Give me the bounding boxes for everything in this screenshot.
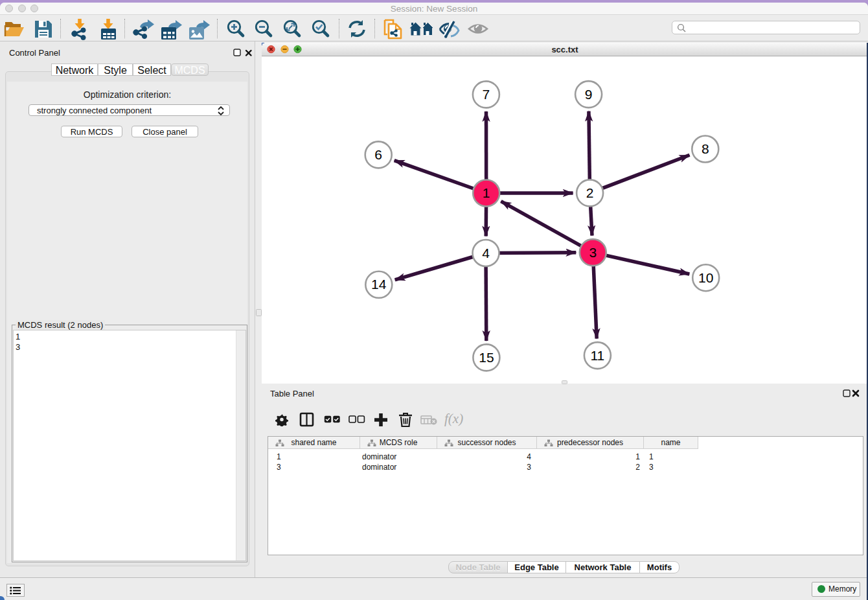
svg-text:14: 14 [371, 277, 387, 292]
svg-text:9: 9 [585, 87, 593, 102]
svg-text:8: 8 [702, 141, 709, 156]
svg-text:3: 3 [589, 245, 597, 260]
svg-text:2: 2 [586, 185, 594, 200]
svg-text:10: 10 [698, 270, 713, 285]
svg-text:11: 11 [590, 348, 604, 363]
svg-text:1: 1 [483, 185, 490, 200]
svg-text:15: 15 [479, 350, 494, 365]
svg-text:4: 4 [482, 246, 490, 260]
svg-text:7: 7 [483, 87, 490, 102]
svg-text:6: 6 [374, 147, 382, 162]
